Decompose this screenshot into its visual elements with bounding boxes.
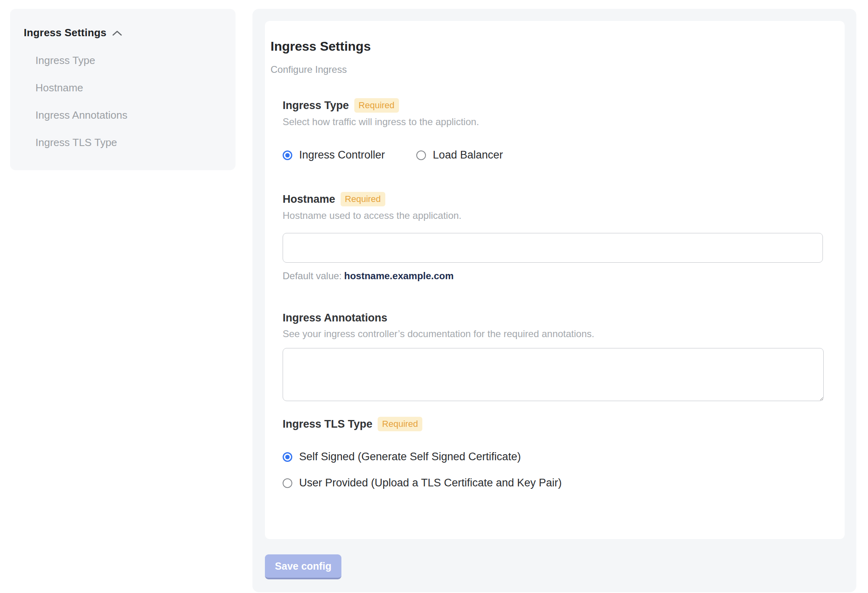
radio-option-ingress-controller[interactable]: Ingress Controller <box>283 149 385 161</box>
main-panel: Ingress Settings Configure Ingress Ingre… <box>252 9 856 592</box>
sidebar-nav: Ingress Type Hostname Ingress Annotation… <box>24 54 222 148</box>
page-title: Ingress Settings <box>271 39 824 54</box>
radio-option-user-provided[interactable]: User Provided (Upload a TLS Certificate … <box>283 477 824 489</box>
radio-icon-ingress-controller[interactable] <box>283 150 292 160</box>
section-desc-hostname: Hostname used to access the application. <box>283 210 824 222</box>
ingress-annotations-textarea[interactable] <box>283 348 824 401</box>
section-hostname: Hostname Required Hostname used to acces… <box>283 192 824 282</box>
tls-type-radio-group: Self Signed (Generate Self Signed Certif… <box>283 451 824 489</box>
chevron-up-icon <box>112 30 122 37</box>
section-ingress-type: Ingress Type Required Select how traffic… <box>283 98 824 161</box>
sidebar-section-header[interactable]: Ingress Settings <box>24 27 222 39</box>
radio-label-ingress-controller: Ingress Controller <box>299 149 385 161</box>
radio-icon-user-provided[interactable] <box>283 478 292 488</box>
save-config-button[interactable]: Save config <box>265 554 341 579</box>
radio-label-load-balancer: Load Balancer <box>433 149 503 161</box>
section-title-ingress-type: Ingress Type <box>283 99 349 112</box>
radio-label-self-signed: Self Signed (Generate Self Signed Certif… <box>299 451 521 463</box>
section-desc-ingress-type: Select how traffic will ingress to the a… <box>283 116 824 128</box>
ingress-type-radio-group: Ingress Controller Load Balancer <box>283 149 824 161</box>
required-badge: Required <box>378 417 422 431</box>
section-ingress-tls-type: Ingress TLS Type Required Self Signed (G… <box>283 417 824 489</box>
required-badge: Required <box>354 98 399 113</box>
sidebar-item-ingress-tls-type[interactable]: Ingress TLS Type <box>35 136 222 148</box>
sidebar: Ingress Settings Ingress Type Hostname I… <box>10 9 236 170</box>
hostname-default-label: Default value: <box>283 270 342 281</box>
ingress-form: Ingress Type Required Select how traffic… <box>271 98 824 489</box>
sidebar-item-hostname[interactable]: Hostname <box>35 82 222 94</box>
sidebar-section-title: Ingress Settings <box>24 27 106 39</box>
hostname-input[interactable] <box>283 233 823 263</box>
required-badge: Required <box>341 192 385 206</box>
section-title-ingress-tls-type: Ingress TLS Type <box>283 417 372 431</box>
radio-option-self-signed[interactable]: Self Signed (Generate Self Signed Certif… <box>283 451 824 463</box>
page-subtitle: Configure Ingress <box>271 64 824 76</box>
radio-option-load-balancer[interactable]: Load Balancer <box>416 149 503 161</box>
radio-icon-self-signed[interactable] <box>283 452 292 462</box>
section-ingress-annotations: Ingress Annotations See your ingress con… <box>283 311 824 401</box>
section-title-ingress-annotations: Ingress Annotations <box>283 311 387 325</box>
section-title-hostname: Hostname <box>283 192 335 206</box>
radio-icon-load-balancer[interactable] <box>416 150 426 160</box>
sidebar-item-ingress-type[interactable]: Ingress Type <box>35 54 222 66</box>
hostname-default-line: Default value:hostname.example.com <box>283 270 824 282</box>
section-desc-ingress-annotations: See your ingress controller’s documentat… <box>283 328 824 340</box>
hostname-default-value: hostname.example.com <box>344 270 454 281</box>
radio-label-user-provided: User Provided (Upload a TLS Certificate … <box>299 477 562 489</box>
sidebar-item-ingress-annotations[interactable]: Ingress Annotations <box>35 109 222 121</box>
ingress-settings-card: Ingress Settings Configure Ingress Ingre… <box>265 21 845 539</box>
